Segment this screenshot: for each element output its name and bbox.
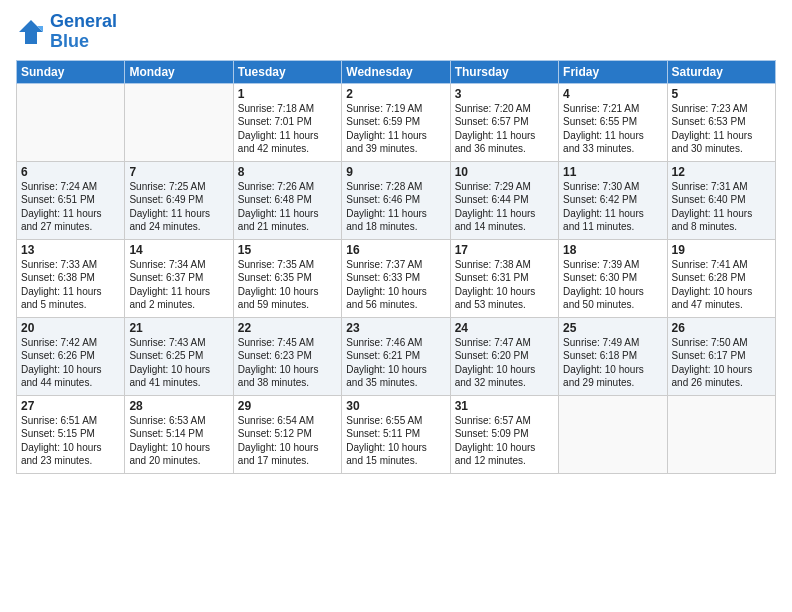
- cell-content: Sunrise: 7:30 AM Sunset: 6:42 PM Dayligh…: [563, 180, 662, 234]
- calendar-row-1: 6Sunrise: 7:24 AM Sunset: 6:51 PM Daylig…: [17, 161, 776, 239]
- cell-content: Sunrise: 7:46 AM Sunset: 6:21 PM Dayligh…: [346, 336, 445, 390]
- calendar-cell: 18Sunrise: 7:39 AM Sunset: 6:30 PM Dayli…: [559, 239, 667, 317]
- calendar-cell: 5Sunrise: 7:23 AM Sunset: 6:53 PM Daylig…: [667, 83, 775, 161]
- calendar-cell: [17, 83, 125, 161]
- calendar-table: SundayMondayTuesdayWednesdayThursdayFrid…: [16, 60, 776, 474]
- logo-text: General Blue: [50, 12, 117, 52]
- day-number: 19: [672, 243, 771, 257]
- weekday-header-thursday: Thursday: [450, 60, 558, 83]
- day-number: 25: [563, 321, 662, 335]
- cell-content: Sunrise: 6:53 AM Sunset: 5:14 PM Dayligh…: [129, 414, 228, 468]
- calendar-cell: 8Sunrise: 7:26 AM Sunset: 6:48 PM Daylig…: [233, 161, 341, 239]
- calendar-cell: [125, 83, 233, 161]
- cell-content: Sunrise: 7:26 AM Sunset: 6:48 PM Dayligh…: [238, 180, 337, 234]
- cell-content: Sunrise: 7:35 AM Sunset: 6:35 PM Dayligh…: [238, 258, 337, 312]
- calendar-cell: [559, 395, 667, 473]
- weekday-header-row: SundayMondayTuesdayWednesdayThursdayFrid…: [17, 60, 776, 83]
- calendar-cell: 22Sunrise: 7:45 AM Sunset: 6:23 PM Dayli…: [233, 317, 341, 395]
- day-number: 1: [238, 87, 337, 101]
- calendar-cell: 14Sunrise: 7:34 AM Sunset: 6:37 PM Dayli…: [125, 239, 233, 317]
- calendar-cell: 29Sunrise: 6:54 AM Sunset: 5:12 PM Dayli…: [233, 395, 341, 473]
- calendar-cell: 16Sunrise: 7:37 AM Sunset: 6:33 PM Dayli…: [342, 239, 450, 317]
- calendar-cell: 1Sunrise: 7:18 AM Sunset: 7:01 PM Daylig…: [233, 83, 341, 161]
- cell-content: Sunrise: 7:45 AM Sunset: 6:23 PM Dayligh…: [238, 336, 337, 390]
- header: General Blue: [16, 12, 776, 52]
- day-number: 18: [563, 243, 662, 257]
- calendar-row-4: 27Sunrise: 6:51 AM Sunset: 5:15 PM Dayli…: [17, 395, 776, 473]
- weekday-header-saturday: Saturday: [667, 60, 775, 83]
- weekday-header-friday: Friday: [559, 60, 667, 83]
- calendar-cell: 19Sunrise: 7:41 AM Sunset: 6:28 PM Dayli…: [667, 239, 775, 317]
- day-number: 10: [455, 165, 554, 179]
- calendar-row-2: 13Sunrise: 7:33 AM Sunset: 6:38 PM Dayli…: [17, 239, 776, 317]
- cell-content: Sunrise: 7:21 AM Sunset: 6:55 PM Dayligh…: [563, 102, 662, 156]
- calendar-cell: 26Sunrise: 7:50 AM Sunset: 6:17 PM Dayli…: [667, 317, 775, 395]
- day-number: 16: [346, 243, 445, 257]
- day-number: 27: [21, 399, 120, 413]
- cell-content: Sunrise: 7:33 AM Sunset: 6:38 PM Dayligh…: [21, 258, 120, 312]
- day-number: 20: [21, 321, 120, 335]
- cell-content: Sunrise: 6:54 AM Sunset: 5:12 PM Dayligh…: [238, 414, 337, 468]
- weekday-header-monday: Monday: [125, 60, 233, 83]
- cell-content: Sunrise: 6:57 AM Sunset: 5:09 PM Dayligh…: [455, 414, 554, 468]
- day-number: 21: [129, 321, 228, 335]
- calendar-row-0: 1Sunrise: 7:18 AM Sunset: 7:01 PM Daylig…: [17, 83, 776, 161]
- day-number: 6: [21, 165, 120, 179]
- day-number: 4: [563, 87, 662, 101]
- cell-content: Sunrise: 7:31 AM Sunset: 6:40 PM Dayligh…: [672, 180, 771, 234]
- svg-marker-0: [19, 20, 43, 44]
- day-number: 7: [129, 165, 228, 179]
- weekday-header-tuesday: Tuesday: [233, 60, 341, 83]
- day-number: 14: [129, 243, 228, 257]
- day-number: 31: [455, 399, 554, 413]
- calendar-cell: 13Sunrise: 7:33 AM Sunset: 6:38 PM Dayli…: [17, 239, 125, 317]
- cell-content: Sunrise: 7:28 AM Sunset: 6:46 PM Dayligh…: [346, 180, 445, 234]
- cell-content: Sunrise: 7:20 AM Sunset: 6:57 PM Dayligh…: [455, 102, 554, 156]
- calendar-cell: 9Sunrise: 7:28 AM Sunset: 6:46 PM Daylig…: [342, 161, 450, 239]
- cell-content: Sunrise: 7:19 AM Sunset: 6:59 PM Dayligh…: [346, 102, 445, 156]
- cell-content: Sunrise: 7:25 AM Sunset: 6:49 PM Dayligh…: [129, 180, 228, 234]
- day-number: 22: [238, 321, 337, 335]
- cell-content: Sunrise: 7:29 AM Sunset: 6:44 PM Dayligh…: [455, 180, 554, 234]
- day-number: 17: [455, 243, 554, 257]
- calendar-cell: 31Sunrise: 6:57 AM Sunset: 5:09 PM Dayli…: [450, 395, 558, 473]
- day-number: 23: [346, 321, 445, 335]
- cell-content: Sunrise: 7:49 AM Sunset: 6:18 PM Dayligh…: [563, 336, 662, 390]
- logo: General Blue: [16, 12, 117, 52]
- day-number: 13: [21, 243, 120, 257]
- day-number: 3: [455, 87, 554, 101]
- day-number: 24: [455, 321, 554, 335]
- calendar-cell: 20Sunrise: 7:42 AM Sunset: 6:26 PM Dayli…: [17, 317, 125, 395]
- calendar-cell: 4Sunrise: 7:21 AM Sunset: 6:55 PM Daylig…: [559, 83, 667, 161]
- calendar-cell: 2Sunrise: 7:19 AM Sunset: 6:59 PM Daylig…: [342, 83, 450, 161]
- day-number: 30: [346, 399, 445, 413]
- cell-content: Sunrise: 7:41 AM Sunset: 6:28 PM Dayligh…: [672, 258, 771, 312]
- cell-content: Sunrise: 6:51 AM Sunset: 5:15 PM Dayligh…: [21, 414, 120, 468]
- cell-content: Sunrise: 7:24 AM Sunset: 6:51 PM Dayligh…: [21, 180, 120, 234]
- day-number: 11: [563, 165, 662, 179]
- cell-content: Sunrise: 7:47 AM Sunset: 6:20 PM Dayligh…: [455, 336, 554, 390]
- cell-content: Sunrise: 7:18 AM Sunset: 7:01 PM Dayligh…: [238, 102, 337, 156]
- calendar-cell: 24Sunrise: 7:47 AM Sunset: 6:20 PM Dayli…: [450, 317, 558, 395]
- day-number: 9: [346, 165, 445, 179]
- calendar-cell: 6Sunrise: 7:24 AM Sunset: 6:51 PM Daylig…: [17, 161, 125, 239]
- cell-content: Sunrise: 7:38 AM Sunset: 6:31 PM Dayligh…: [455, 258, 554, 312]
- cell-content: Sunrise: 7:50 AM Sunset: 6:17 PM Dayligh…: [672, 336, 771, 390]
- day-number: 2: [346, 87, 445, 101]
- day-number: 29: [238, 399, 337, 413]
- calendar-cell: 30Sunrise: 6:55 AM Sunset: 5:11 PM Dayli…: [342, 395, 450, 473]
- calendar-cell: 21Sunrise: 7:43 AM Sunset: 6:25 PM Dayli…: [125, 317, 233, 395]
- cell-content: Sunrise: 7:23 AM Sunset: 6:53 PM Dayligh…: [672, 102, 771, 156]
- calendar-cell: 10Sunrise: 7:29 AM Sunset: 6:44 PM Dayli…: [450, 161, 558, 239]
- logo-icon: [16, 17, 46, 47]
- calendar-cell: 23Sunrise: 7:46 AM Sunset: 6:21 PM Dayli…: [342, 317, 450, 395]
- calendar-cell: 12Sunrise: 7:31 AM Sunset: 6:40 PM Dayli…: [667, 161, 775, 239]
- calendar-cell: 27Sunrise: 6:51 AM Sunset: 5:15 PM Dayli…: [17, 395, 125, 473]
- calendar-cell: 25Sunrise: 7:49 AM Sunset: 6:18 PM Dayli…: [559, 317, 667, 395]
- calendar-cell: 7Sunrise: 7:25 AM Sunset: 6:49 PM Daylig…: [125, 161, 233, 239]
- calendar-cell: 15Sunrise: 7:35 AM Sunset: 6:35 PM Dayli…: [233, 239, 341, 317]
- calendar-cell: 3Sunrise: 7:20 AM Sunset: 6:57 PM Daylig…: [450, 83, 558, 161]
- cell-content: Sunrise: 7:39 AM Sunset: 6:30 PM Dayligh…: [563, 258, 662, 312]
- day-number: 12: [672, 165, 771, 179]
- calendar-cell: 28Sunrise: 6:53 AM Sunset: 5:14 PM Dayli…: [125, 395, 233, 473]
